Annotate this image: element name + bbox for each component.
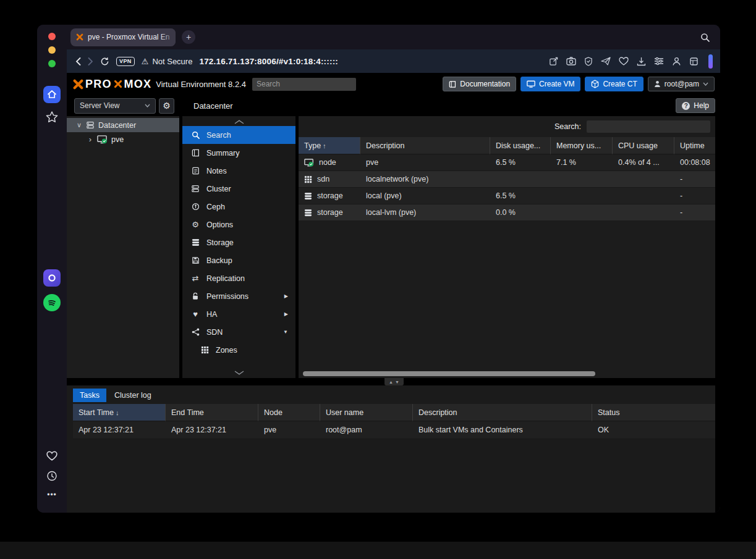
user-menu-button[interactable]: root@pam [648, 77, 715, 91]
send-icon[interactable] [601, 57, 611, 65]
column-header-description[interactable]: Description [360, 137, 490, 154]
zoom-window-button[interactable] [48, 60, 56, 67]
nav-item-sdn[interactable]: SDN ▼ [182, 323, 295, 341]
more-icon[interactable]: ••• [47, 490, 57, 499]
caret-right-icon[interactable]: › [87, 135, 93, 144]
cell-uptime: - [674, 171, 715, 188]
workspace-indicator[interactable] [708, 54, 713, 69]
column-header-user-name[interactable]: User name [320, 404, 413, 421]
nav-item-permissions[interactable]: Permissions ▶ [182, 287, 295, 305]
panel-splitter[interactable]: ▲ ▼ [67, 378, 715, 385]
column-header-start-time[interactable]: Start Time↓ [73, 404, 166, 421]
app-icon-purple[interactable] [43, 269, 61, 287]
nav-item-ceph[interactable]: Ceph [182, 198, 295, 216]
profile-icon[interactable] [672, 57, 681, 66]
nav-item-search[interactable]: Search [182, 126, 295, 144]
nav-item-label: Storage [206, 238, 234, 247]
section-nav: Search Summary Notes [182, 116, 295, 378]
back-icon[interactable] [75, 57, 81, 65]
tree-item-pve[interactable]: › pve [67, 132, 179, 146]
proxmox-logo: PRO MOX [73, 78, 151, 91]
task-row[interactable]: Apr 23 12:37:21 Apr 23 12:37:21 pve root… [73, 421, 715, 439]
compose-icon[interactable] [549, 57, 558, 66]
browser-tab[interactable]: pve - Proxmox Virtual En [70, 28, 176, 46]
scroll-up-chevron[interactable] [182, 118, 295, 126]
desktop: ••• pve - Proxmox Virtual En + [0, 0, 756, 559]
gear-icon: ⚙ [190, 220, 200, 229]
security-label[interactable]: Not Secure [152, 57, 192, 66]
collapse-up-icon: ▲ [389, 380, 393, 384]
caret-down-icon[interactable]: ∨ [76, 121, 82, 129]
download-icon[interactable] [637, 57, 646, 66]
tree-item-label: Datacenter [98, 121, 136, 130]
forward-icon[interactable] [88, 57, 93, 65]
proxmox-header: PRO MOX Virtual Environment 8.2.4 Docume… [67, 73, 715, 95]
tree-item-datacenter[interactable]: ∨ Datacenter [67, 118, 179, 132]
sliders-icon[interactable] [654, 57, 664, 65]
nav-item-zones[interactable]: Zones [182, 341, 295, 359]
nav-item-replication[interactable]: ⇄ Replication [182, 269, 295, 287]
column-header-disk-usage[interactable]: Disk usage... [490, 137, 551, 154]
tab-cluster-log[interactable]: Cluster log [108, 389, 158, 402]
tab-tasks[interactable]: Tasks [73, 389, 106, 402]
column-header-status[interactable]: Status [592, 404, 715, 421]
tasks-table: Start Time↓ End Time Node User name Desc… [73, 404, 715, 439]
star-icon[interactable] [46, 111, 58, 123]
reload-icon[interactable] [100, 57, 109, 66]
column-header-description[interactable]: Description [413, 404, 592, 421]
table-row[interactable]: sdn localnetwork (pve) - [299, 171, 715, 188]
heart-icon[interactable] [619, 57, 629, 65]
column-header-uptime[interactable]: Uptime [674, 137, 715, 154]
storage-icon [190, 238, 200, 246]
create-vm-button[interactable]: Create VM [520, 77, 580, 91]
heart-icon[interactable] [46, 451, 57, 461]
nav-item-ha[interactable]: ♥ HA ▶ [182, 305, 295, 323]
address-bar[interactable]: 172.16.71.137:8006/#v1:0:18:4:::::: [199, 57, 338, 66]
nav-item-storage[interactable]: Storage [182, 233, 295, 251]
nav-item-cluster[interactable]: Cluster [182, 180, 295, 198]
column-header-node[interactable]: Node [258, 404, 320, 421]
view-select[interactable]: Server View [74, 98, 156, 114]
table-row[interactable]: storage local (pve) 6.5 % - [299, 188, 715, 204]
create-ct-button[interactable]: Create CT [585, 77, 643, 91]
nav-item-options[interactable]: ⚙ Options [182, 216, 295, 233]
note-icon [190, 167, 200, 175]
column-header-memory-usage[interactable]: Memory us... [551, 137, 613, 154]
home-icon[interactable] [43, 86, 61, 103]
nav-item-backup[interactable]: Backup [182, 251, 295, 269]
cell-memory: 7.1 % [551, 154, 613, 171]
documentation-button[interactable]: Documentation [443, 77, 516, 91]
table-row[interactable]: storage local-lvm (pve) 0.0 % - [299, 204, 715, 221]
nav-item-label: Zones [216, 346, 237, 355]
resource-search-input[interactable] [587, 120, 710, 133]
scroll-down-chevron[interactable] [182, 367, 295, 378]
global-search-input[interactable] [252, 78, 356, 91]
vpn-extension-badge[interactable]: VPN [116, 57, 135, 66]
resource-tree: ∨ Datacenter › pve [67, 116, 179, 378]
logo-text-pro: PRO [85, 78, 112, 91]
column-header-type[interactable]: Type↑ [299, 137, 360, 154]
extension-icon[interactable] [689, 57, 699, 66]
spotify-icon[interactable] [43, 294, 61, 311]
workspace: ∨ Datacenter › pve [67, 116, 715, 378]
splitter-handle[interactable]: ▲ ▼ [384, 378, 404, 385]
help-button[interactable]: ? Help [676, 98, 715, 113]
cell-description: localnetwork (pve) [360, 171, 490, 188]
search-icon[interactable] [700, 33, 710, 42]
column-header-end-time[interactable]: End Time [166, 404, 258, 421]
shield-check-icon[interactable] [584, 57, 593, 66]
camera-icon[interactable] [566, 57, 576, 65]
nav-item-notes[interactable]: Notes [182, 162, 295, 180]
breadcrumb: Datacenter [193, 101, 233, 111]
gear-icon[interactable]: ⚙ [159, 98, 174, 114]
proxmox-x-icon [73, 79, 83, 90]
scrollbar-thumb[interactable] [303, 371, 595, 376]
nav-item-summary[interactable]: Summary [182, 144, 295, 162]
table-row[interactable]: node pve 6.5 % 7.1 % 0.4% of 4 ... 00:08… [299, 154, 715, 171]
new-tab-button[interactable]: + [182, 30, 195, 44]
horizontal-scrollbar[interactable] [299, 370, 715, 378]
minimize-window-button[interactable] [48, 46, 56, 54]
close-window-button[interactable] [48, 33, 56, 40]
clock-icon[interactable] [47, 471, 57, 481]
column-header-cpu-usage[interactable]: CPU usage [613, 137, 674, 154]
